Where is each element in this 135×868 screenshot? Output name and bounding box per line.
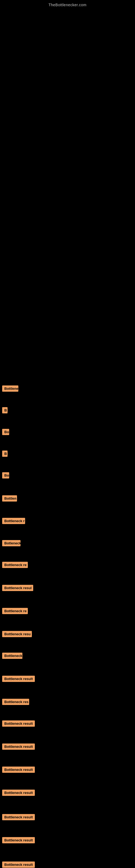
bottleneck-row: Bottleneck resul [1,585,33,591]
bottleneck-result-label: Bottleneck [2,653,22,659]
bottleneck-result-label: Bottleneck result [2,837,35,843]
main-content: Bottleneck resultBBoBBoBottlenBottleneck… [0,8,135,868]
bottleneck-result-label: Bottleneck result [2,720,35,727]
bottleneck-row: Bottleneck result [1,385,18,392]
bottleneck-result-label: Bottleneck resul [2,585,33,591]
bottleneck-row: Bo [1,472,9,478]
site-title: TheBottlenecker.com [0,0,135,8]
bottleneck-row: Bottleneck result [1,789,35,796]
bottleneck-result-label: Bottleneck re [2,608,28,614]
bottleneck-result-label: Botleneck [2,540,20,546]
bottleneck-result-label: Bottleneck re [2,562,28,568]
bottleneck-result-label: Bottlen [2,495,17,501]
bottleneck-row: Bottleneck result [1,744,35,750]
bottleneck-result-label: Bottleneck result [2,744,35,750]
bottleneck-row: Bottleneck re [1,608,28,614]
bottleneck-result-label: Bottleneck r [2,518,25,524]
bottleneck-result-label: Bottleneck result [2,814,35,820]
bottleneck-result-label: Bo [2,429,9,435]
bottleneck-row: Bottleneck result [1,720,35,727]
bottleneck-row: Bottleneck res [1,699,29,705]
bottleneck-row: Bottlen [1,495,17,501]
bottleneck-result-label: Bo [2,472,9,478]
bottleneck-row: B [1,451,8,457]
bottleneck-row: Bottleneck [1,653,22,659]
bottleneck-row: Bottleneck result [1,837,35,843]
bottleneck-row: Bottleneck result [1,767,35,773]
bottleneck-result-label: Bottleneck result [2,767,35,773]
bottleneck-result-label: B [2,451,8,457]
bottleneck-row: Bottleneck result [1,862,35,868]
bottleneck-result-label: Bottleneck result [2,385,18,392]
bottleneck-result-label: Bottleneck result [2,676,35,682]
bottleneck-result-label: Bottleneck resu [2,631,32,637]
bottleneck-result-label: B [2,407,8,413]
bottleneck-row: Bo [1,429,9,435]
bottleneck-row: Bottleneck result [1,814,35,820]
bottleneck-result-label: Bottleneck result [2,862,35,868]
site-header: TheBottlenecker.com [0,0,135,8]
bottleneck-result-label: Bottleneck res [2,699,29,705]
bottleneck-row: Bottleneck resu [1,631,32,637]
bottleneck-row: Bottleneck re [1,562,28,568]
bottleneck-row: Bottleneck result [1,676,35,682]
bottleneck-row: B [1,407,8,413]
bottleneck-row: Bottleneck r [1,518,25,524]
bottleneck-result-label: Bottleneck result [2,789,35,796]
bottleneck-row: Botleneck [1,540,20,546]
